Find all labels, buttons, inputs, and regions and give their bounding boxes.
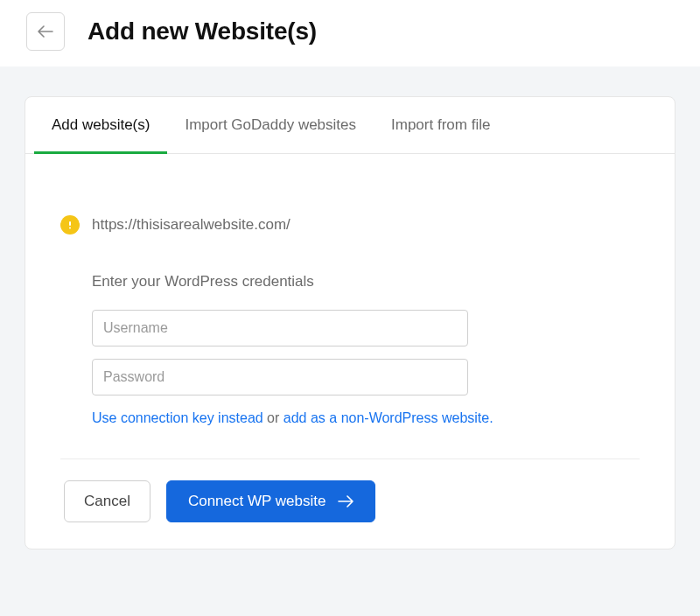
add-non-wp-link[interactable]: add as a non-WordPress website. — [284, 410, 494, 425]
page-title: Add new Website(s) — [88, 18, 317, 46]
tab-import-godaddy[interactable]: Import GoDaddy websites — [167, 97, 374, 154]
divider — [60, 458, 640, 459]
or-text: or — [263, 410, 284, 425]
use-connection-key-link[interactable]: Use connection key instead — [92, 410, 263, 425]
warning-icon — [60, 215, 80, 234]
tabs: Add website(s) Import GoDaddy websites I… — [25, 97, 675, 154]
credentials-form: Enter your WordPress credentials Use con… — [60, 273, 498, 429]
connect-button[interactable]: Connect WP website — [166, 480, 375, 522]
svg-rect-1 — [69, 228, 71, 229]
page-header: Add new Website(s) — [0, 0, 700, 66]
main-card: Add website(s) Import GoDaddy websites I… — [24, 96, 676, 550]
site-url: https://thisisarealwebsite.com/ — [92, 216, 290, 234]
tab-add-websites[interactable]: Add website(s) — [34, 97, 167, 154]
password-field[interactable] — [92, 359, 468, 396]
form-instruction: Enter your WordPress credentials — [92, 273, 498, 290]
cancel-button[interactable]: Cancel — [64, 480, 150, 522]
arrow-left-icon — [38, 25, 53, 38]
username-field[interactable] — [92, 310, 468, 346]
actions-row: Cancel Connect WP website — [60, 480, 640, 522]
connect-button-label: Connect WP website — [188, 493, 326, 510]
tab-import-file[interactable]: Import from file — [374, 97, 508, 154]
card-body: https://thisisarealwebsite.com/ Enter yo… — [25, 154, 675, 549]
site-row: https://thisisarealwebsite.com/ — [60, 215, 640, 234]
help-line: Use connection key instead or add as a n… — [92, 408, 498, 429]
svg-rect-0 — [69, 221, 71, 226]
back-button[interactable] — [26, 12, 65, 51]
content-area: Add website(s) Import GoDaddy websites I… — [0, 66, 700, 616]
arrow-right-icon — [338, 495, 354, 508]
